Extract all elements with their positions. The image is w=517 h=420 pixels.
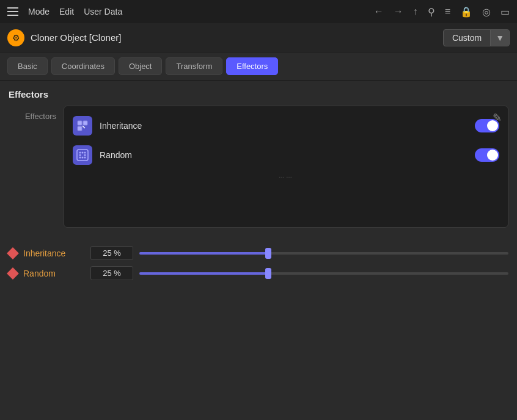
- svg-point-11: [82, 157, 84, 159]
- effectors-panel: Effectors Inheritance: [9, 106, 508, 228]
- tab-bar: Basic Coordinates Object Transform Effec…: [0, 52, 517, 81]
- svg-rect-4: [77, 150, 88, 161]
- effector-row-inheritance: Inheritance: [64, 111, 508, 140]
- section-title: Effectors: [9, 89, 508, 100]
- slider-row-random: Random 25 %: [9, 266, 508, 280]
- tab-transform[interactable]: Transform: [166, 57, 222, 75]
- random-slider-fill: [139, 272, 268, 275]
- target-icon[interactable]: ◎: [482, 6, 491, 18]
- svg-point-10: [79, 157, 81, 159]
- external-icon[interactable]: ▭: [501, 6, 510, 18]
- menu-userdata[interactable]: User Data: [84, 7, 122, 16]
- svg-line-3: [82, 126, 85, 128]
- resize-handle[interactable]: ……: [64, 170, 508, 179]
- svg-point-5: [79, 152, 81, 154]
- inheritance-slider-fill: [139, 252, 268, 255]
- sliders-section: Inheritance 25 % Random 25 %: [9, 246, 508, 280]
- random-name: Random: [100, 150, 468, 160]
- effector-row-random: Random: [64, 140, 508, 170]
- slider-row-inheritance: Inheritance 25 %: [9, 246, 508, 260]
- custom-dropdown: Custom ▼: [443, 29, 510, 46]
- random-icon: [73, 145, 92, 165]
- svg-rect-0: [78, 121, 82, 125]
- random-slider-label: Random: [23, 269, 84, 278]
- object-icon: ⚙: [7, 29, 24, 46]
- menu-edit[interactable]: Edit: [59, 7, 74, 16]
- inheritance-slider-thumb[interactable]: [265, 248, 271, 259]
- inheritance-diamond-icon: [7, 247, 19, 259]
- object-title: Cloner Object [Cloner]: [31, 32, 443, 43]
- forward-icon[interactable]: →: [394, 6, 403, 17]
- lock-icon[interactable]: 🔒: [460, 6, 472, 18]
- svg-point-12: [84, 157, 86, 159]
- tab-basic[interactable]: Basic: [7, 57, 48, 75]
- inheritance-slider-label: Inheritance: [23, 248, 84, 258]
- filter-icon[interactable]: ≡: [445, 6, 450, 17]
- menu-right-icons: ← → ↑ ⚲ ≡ 🔒 ◎ ▭: [374, 6, 510, 18]
- edit-pencil-icon[interactable]: ✎: [493, 111, 502, 125]
- svg-rect-2: [78, 126, 82, 131]
- page-content: Effectors Effectors Inheritance: [0, 81, 517, 295]
- dropdown-arrow-icon[interactable]: ▼: [490, 30, 509, 46]
- dropdown-label[interactable]: Custom: [444, 30, 490, 46]
- inheritance-icon: [73, 116, 92, 136]
- menu-mode[interactable]: Mode: [28, 7, 50, 16]
- effectors-label: Effectors: [9, 106, 64, 121]
- inheritance-slider-value[interactable]: 25 %: [90, 246, 133, 260]
- inheritance-slider-track[interactable]: [139, 252, 508, 255]
- svg-point-7: [84, 152, 86, 154]
- svg-point-9: [84, 154, 86, 156]
- search-icon[interactable]: ⚲: [428, 6, 435, 18]
- random-slider-value[interactable]: 25 %: [90, 266, 133, 280]
- tab-effectors[interactable]: Effectors: [226, 57, 278, 75]
- random-slider-track[interactable]: [139, 272, 508, 275]
- up-icon[interactable]: ↑: [413, 6, 418, 17]
- back-icon[interactable]: ←: [374, 6, 384, 17]
- menu-bar: Mode Edit User Data ← → ↑ ⚲ ≡ 🔒 ◎ ▭: [0, 0, 517, 23]
- svg-rect-1: [83, 121, 87, 125]
- random-slider-thumb[interactable]: [265, 268, 271, 279]
- inheritance-name: Inheritance: [100, 121, 468, 131]
- tab-object[interactable]: Object: [119, 57, 163, 75]
- svg-point-6: [82, 152, 84, 154]
- random-diamond-icon: [7, 267, 19, 280]
- effectors-list: Inheritance: [64, 106, 508, 228]
- hamburger-menu[interactable]: [7, 7, 18, 16]
- svg-point-8: [79, 154, 81, 156]
- tab-coordinates[interactable]: Coordinates: [51, 57, 115, 75]
- object-header: ⚙ Cloner Object [Cloner] Custom ▼: [0, 23, 517, 52]
- random-toggle[interactable]: [475, 148, 499, 162]
